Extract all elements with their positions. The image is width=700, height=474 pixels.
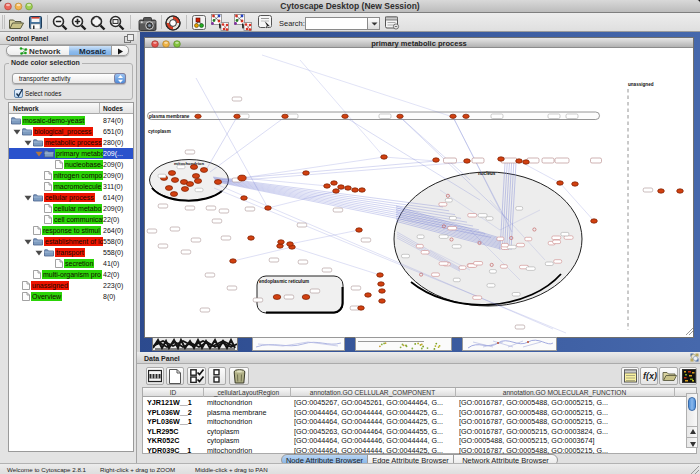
svg-text:endoplasmic reticulum: endoplasmic reticulum [259,279,309,284]
svg-text:unassigned: unassigned [628,82,654,87]
svg-text:mitochondrion: mitochondrion [174,161,204,166]
svg-text:cytoplasm: cytoplasm [148,129,171,134]
svg-text:plasma membrane: plasma membrane [149,114,190,119]
